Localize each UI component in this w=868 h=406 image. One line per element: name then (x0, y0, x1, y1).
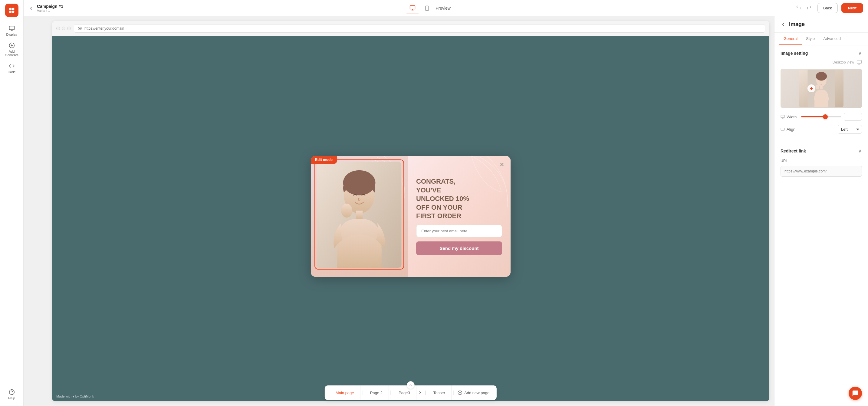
left-sidebar: Display Add elements Code Help (0, 0, 24, 406)
svg-point-23 (341, 204, 352, 218)
preview-image-inner (799, 70, 844, 107)
tab-page-2[interactable]: Page 2 (364, 385, 389, 400)
canvas-area: https://enter.your.domain ✕ Edit mode (47, 16, 774, 406)
mobile-device-btn[interactable] (421, 2, 433, 14)
sidebar-code-label: Code (7, 70, 16, 74)
redirect-link-chevron: ∧ (858, 148, 862, 154)
svg-rect-2 (9, 10, 11, 13)
desktop-device-btn[interactable] (406, 2, 418, 14)
browser-content: ✕ Edit mode (52, 36, 769, 401)
align-icon (780, 127, 785, 132)
popup-close-button[interactable]: ✕ (497, 160, 506, 169)
browser-dot-green (67, 27, 71, 30)
desktop-view-label: Desktop view (833, 60, 854, 64)
panel-back-button[interactable] (780, 22, 786, 27)
preview-label: Preview (435, 6, 451, 10)
width-label: Width (780, 115, 799, 119)
browser-mockup: https://enter.your.domain ✕ Edit mode (52, 21, 769, 401)
desktop-view-row: Desktop view (780, 60, 862, 65)
sidebar-item-code[interactable]: Code (2, 61, 22, 76)
width-icon (780, 115, 785, 119)
popup-left[interactable]: Edit mode (311, 156, 408, 277)
redirect-link-header[interactable]: Redirect link ∧ (780, 148, 862, 154)
image-setting-header[interactable]: Image setting ∧ (780, 50, 862, 56)
width-control-row: Width 350 px (780, 113, 862, 121)
campaign-info: Campaign #1 Variant 1 (37, 4, 63, 12)
redirect-link-section: Redirect link ∧ URL (774, 143, 868, 182)
browser-dot-red (56, 27, 60, 30)
sidebar-item-add-elements[interactable]: Add elements (2, 40, 22, 59)
svg-rect-33 (820, 86, 823, 89)
preview-person-svg (799, 70, 844, 107)
campaign-title: Campaign #1 (37, 4, 63, 9)
svg-rect-37 (781, 128, 784, 130)
add-new-page-btn[interactable]: Add new page (455, 390, 492, 395)
width-slider[interactable] (801, 116, 841, 117)
svg-rect-22 (356, 211, 363, 219)
desktop-view-icon (857, 60, 862, 65)
email-input[interactable] (416, 225, 502, 237)
address-url: https://enter.your.domain (85, 26, 124, 31)
browser-dot-yellow (62, 27, 65, 30)
tab-next-btn[interactable] (416, 390, 424, 395)
svg-rect-0 (9, 8, 11, 10)
align-label: Align (780, 127, 799, 132)
undo-button[interactable] (794, 3, 803, 13)
url-label: URL (780, 159, 788, 163)
campaign-variant: Variant 1 (37, 9, 63, 12)
width-value-input[interactable]: 350 px (844, 113, 862, 121)
sidebar-help-label: Help (8, 396, 15, 400)
person-image-svg (317, 162, 402, 268)
right-panel: Image General Style Advanced Image setti… (774, 16, 868, 406)
chat-bubble[interactable] (849, 387, 862, 400)
svg-point-32 (816, 72, 827, 81)
sidebar-item-display[interactable]: Display (2, 23, 22, 39)
address-bar[interactable]: https://enter.your.domain (74, 24, 765, 33)
align-control-row: Align Left Center Right (780, 125, 862, 134)
image-preview-bg: + (780, 69, 862, 108)
popup-overlay: ✕ Edit mode (311, 156, 510, 277)
svg-point-17 (79, 28, 81, 29)
next-button[interactable]: Next (841, 3, 863, 13)
url-input[interactable] (780, 166, 862, 177)
sidebar-add-elements-label: Add elements (4, 50, 20, 57)
image-preview-box[interactable]: + (780, 69, 862, 108)
page-tabs: Main page | Page 2 | Page3 | Teaser | Ad… (325, 385, 497, 400)
browser-toolbar: https://enter.your.domain (52, 21, 769, 36)
tab-collapse-btn[interactable] (407, 381, 415, 389)
tab-teaser[interactable]: Teaser (427, 385, 452, 400)
svg-point-34 (815, 85, 819, 90)
svg-rect-3 (12, 10, 14, 13)
panel-tab-style[interactable]: Style (802, 33, 819, 45)
align-select[interactable]: Left Center Right (838, 125, 862, 134)
image-setting-chevron: ∧ (858, 50, 862, 56)
sidebar-item-help[interactable]: Help (2, 387, 22, 402)
panel-title: Image (789, 21, 805, 28)
panel-tabs: General Style Advanced (774, 33, 868, 45)
panel-header: Image (774, 16, 868, 33)
image-setting-title: Image setting (780, 51, 808, 56)
panel-tab-advanced[interactable]: Advanced (819, 33, 845, 45)
popup-right: CONGRATS, YOU'VE UNLOCKED 10% OFF ON YOU… (408, 156, 510, 277)
top-header: Campaign #1 Variant 1 Preview (24, 0, 868, 16)
svg-rect-1 (12, 8, 14, 10)
svg-rect-12 (410, 5, 415, 9)
redirect-link-title: Redirect link (780, 149, 806, 153)
breadcrumb-back-arrow[interactable] (28, 5, 34, 11)
svg-rect-35 (781, 115, 784, 118)
preview-plus-btn[interactable]: + (807, 85, 815, 92)
sidebar-display-label: Display (6, 33, 17, 36)
logo-button[interactable] (5, 4, 19, 17)
popup-title: CONGRATS, YOU'VE UNLOCKED 10% OFF ON YOU… (416, 177, 502, 221)
person-image-container (317, 162, 402, 268)
watermark: Made with ♥ by OptiMonk (56, 395, 94, 398)
svg-rect-27 (857, 60, 862, 64)
send-button[interactable]: Send my discount (416, 242, 502, 255)
redo-button[interactable] (805, 3, 814, 13)
header-center: Preview (406, 2, 451, 14)
tab-main-page[interactable]: Main page (330, 385, 361, 400)
edit-mode-badge: Edit mode (311, 156, 337, 164)
back-button[interactable]: Back (817, 3, 838, 13)
svg-rect-4 (9, 26, 14, 30)
panel-tab-general[interactable]: General (779, 33, 802, 45)
